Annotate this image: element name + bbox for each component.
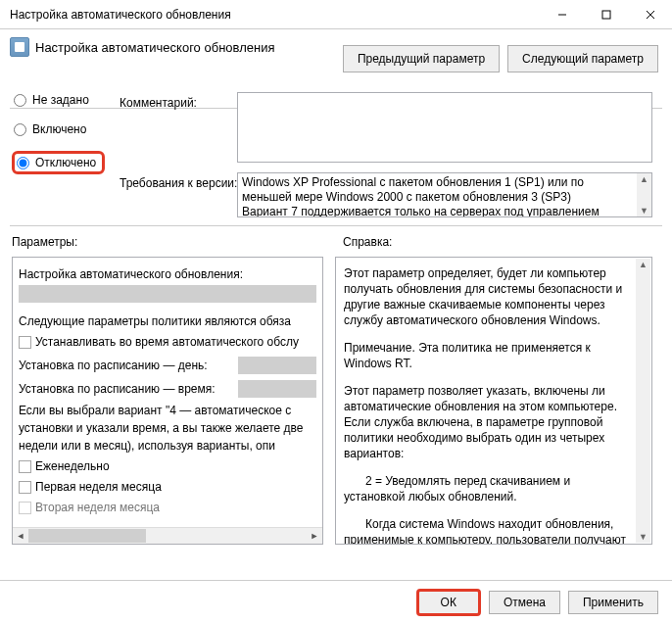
chk-weekly-label: Еженедельно bbox=[35, 457, 110, 475]
next-setting-button[interactable]: Следующий параметр bbox=[507, 45, 658, 72]
scroll-down-icon[interactable]: ▼ bbox=[640, 205, 648, 216]
radio-not-configured[interactable]: Не задано bbox=[12, 92, 105, 108]
help-label: Справка: bbox=[343, 235, 392, 249]
requirements-box: Windows XP Professional с пакетом обновл… bbox=[237, 172, 652, 217]
chk-install-maintenance[interactable]: Устанавливать во время автоматического о… bbox=[19, 333, 316, 351]
bottom-bar: ОК Отмена Применить bbox=[0, 580, 672, 623]
help-p5: Когда система Windows находит обновления… bbox=[344, 516, 630, 545]
radio-not-configured-label: Не задано bbox=[32, 93, 89, 107]
scroll-track[interactable] bbox=[28, 528, 307, 544]
sched-time-label: Установка по расписанию — время: bbox=[19, 380, 216, 398]
checkbox-icon[interactable] bbox=[19, 481, 31, 494]
checkbox-icon[interactable] bbox=[19, 502, 31, 514]
params-paragraph: Если вы выбрали вариант "4 — автоматичес… bbox=[19, 402, 316, 455]
radio-enabled[interactable]: Включено bbox=[12, 121, 105, 137]
subtitle: Настройка автоматического обновления bbox=[35, 40, 274, 55]
checkbox-icon[interactable] bbox=[19, 460, 31, 473]
parameters-pane: Настройка автоматического обновления: Сл… bbox=[12, 257, 323, 545]
scroll-right-icon[interactable]: ► bbox=[307, 531, 322, 541]
sched-time-combo[interactable] bbox=[238, 380, 316, 398]
window-title: Настройка автоматического обновления bbox=[10, 0, 540, 29]
radio-not-configured-input[interactable] bbox=[14, 94, 26, 107]
help-pane: Этот параметр определяет, будет ли компь… bbox=[335, 257, 652, 545]
radio-disabled[interactable]: Отключено bbox=[12, 151, 105, 174]
requirements-text: Windows XP Professional с пакетом обновл… bbox=[242, 175, 600, 217]
scroll-up-icon[interactable]: ▲ bbox=[640, 173, 648, 185]
cancel-button[interactable]: Отмена bbox=[489, 591, 560, 614]
sched-day-combo[interactable] bbox=[238, 357, 316, 374]
parameters-label: Параметры: bbox=[12, 235, 77, 249]
svg-rect-1 bbox=[602, 11, 610, 19]
titlebar: Настройка автоматического обновления bbox=[0, 0, 672, 29]
comment-label: Комментарий: bbox=[120, 96, 197, 110]
maximize-button[interactable] bbox=[584, 0, 628, 29]
ok-button[interactable]: ОК bbox=[416, 589, 481, 616]
radio-enabled-input[interactable] bbox=[14, 123, 26, 136]
help-p1: Этот параметр определяет, будет ли компь… bbox=[344, 265, 630, 328]
help-p2: Примечание. Эта политика не применяется … bbox=[344, 340, 630, 371]
scroll-down-icon[interactable]: ▼ bbox=[639, 531, 648, 543]
radio-enabled-label: Включено bbox=[32, 122, 86, 136]
help-scrollbar[interactable]: ▲ ▼ bbox=[636, 259, 650, 543]
mid-divider bbox=[10, 225, 662, 226]
requirements-label: Требования к версии: bbox=[120, 176, 237, 190]
minimize-button[interactable] bbox=[540, 0, 584, 29]
params-subheading: Следующие параметры политики являются об… bbox=[19, 312, 316, 330]
chk-second-week-label: Вторая неделя месяца bbox=[35, 499, 160, 516]
params-heading: Настройка автоматического обновления: bbox=[19, 265, 316, 283]
policy-icon bbox=[10, 37, 29, 57]
requirements-scrollbar[interactable]: ▲ ▼ bbox=[637, 173, 651, 216]
radio-disabled-input[interactable] bbox=[17, 157, 29, 169]
apply-button[interactable]: Применить bbox=[568, 591, 658, 614]
comment-field[interactable] bbox=[237, 92, 652, 163]
help-p3: Этот параметр позволяет указать, включен… bbox=[344, 383, 630, 461]
chk-first-week[interactable]: Первая неделя месяца bbox=[19, 478, 316, 496]
scroll-left-icon[interactable]: ◄ bbox=[13, 531, 28, 541]
prev-setting-button[interactable]: Предыдущий параметр bbox=[343, 45, 500, 72]
scroll-up-icon[interactable]: ▲ bbox=[639, 259, 648, 270]
chk-first-week-label: Первая неделя месяца bbox=[35, 478, 162, 496]
chk-second-week[interactable]: Вторая неделя месяца bbox=[19, 499, 316, 516]
chk-install-maint-label: Устанавливать во время автоматического о… bbox=[35, 333, 299, 351]
sched-day-label: Установка по расписанию — день: bbox=[19, 357, 208, 374]
params-combo-auto-update[interactable] bbox=[19, 285, 316, 303]
help-p4: 2 = Уведомлять перед скачиванием и устан… bbox=[344, 473, 630, 504]
chk-weekly[interactable]: Еженедельно bbox=[19, 457, 316, 475]
checkbox-icon[interactable] bbox=[19, 336, 31, 349]
params-horizontal-scrollbar[interactable]: ◄ ► bbox=[13, 527, 322, 544]
close-button[interactable] bbox=[628, 0, 672, 29]
radio-disabled-label: Отключено bbox=[35, 156, 96, 169]
scroll-thumb[interactable] bbox=[28, 529, 146, 543]
